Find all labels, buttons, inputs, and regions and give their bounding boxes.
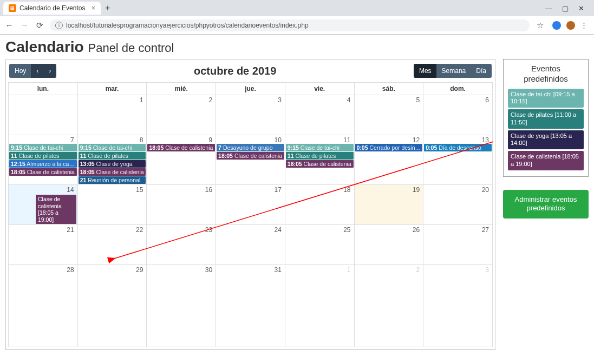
calendar-event[interactable]: 21 Reunión de personal	[79, 176, 146, 184]
day-cell[interactable]: 25	[285, 225, 354, 265]
day-number: 2	[147, 95, 216, 104]
day-cell[interactable]: 21	[9, 225, 78, 265]
day-number: 8	[78, 135, 147, 144]
day-cell[interactable]: 119:15 Clase de tai-chi11 Clase de pilat…	[285, 135, 354, 185]
admin-events-button[interactable]: Administrar eventos predefinidos	[503, 190, 589, 219]
day-cell[interactable]: 17	[216, 185, 285, 225]
day-cell[interactable]: 79:15 Clase de tai-chi11 Clase de pilate…	[9, 135, 78, 185]
today-button[interactable]: Hoy	[9, 64, 31, 78]
day-cell[interactable]: 22	[77, 225, 147, 265]
calendar-event[interactable]: 18:05 Clase de calistenia	[217, 152, 284, 160]
day-number: 13	[423, 135, 492, 144]
star-icon[interactable]: ☆	[535, 21, 545, 30]
day-cell[interactable]: 18	[285, 185, 354, 225]
day-cell[interactable]: 4	[285, 95, 354, 135]
day-cell[interactable]: 6	[423, 95, 493, 135]
day-number: 18	[285, 185, 354, 194]
view-day-button[interactable]: Día	[471, 64, 492, 78]
predefined-event[interactable]: Clase de calistenia [18:05 a 19:00]	[508, 151, 584, 170]
close-window-icon[interactable]: ✕	[578, 4, 584, 12]
predefined-title: Eventos predefinidos	[508, 64, 584, 84]
day-cell[interactable]: 20	[423, 185, 493, 225]
calendar-event[interactable]: 0:05 Cerrado por desinfecció	[355, 144, 423, 151]
calendar-title: octubre de 2019	[194, 65, 276, 77]
view-month-button[interactable]: Mes	[414, 64, 437, 78]
tab-bar: ⊞ Calendario de Eventos × + ― ▢ ✕	[0, 0, 594, 16]
day-header: mar.	[77, 83, 147, 95]
favicon-icon: ⊞	[9, 4, 16, 12]
calendar-event[interactable]: 7 Desayuno de grupo	[217, 144, 284, 151]
calendar-event[interactable]: 12:15 Almuerzo a la canasta	[9, 160, 77, 168]
day-cell[interactable]: 1	[77, 95, 147, 135]
day-cell[interactable]: 130:05 Día de descanso	[423, 135, 493, 185]
day-header: vie.	[285, 83, 354, 95]
calendar-event[interactable]: 11 Clase de pilates	[9, 152, 77, 160]
url-bar[interactable]: i localhost/tutorialesprogramacionyaejer…	[50, 19, 530, 31]
day-number: 19	[355, 185, 423, 194]
day-number: 16	[147, 185, 216, 194]
day-number: 3	[423, 265, 492, 274]
day-cell[interactable]: 31	[216, 265, 285, 347]
day-cell[interactable]: 16	[147, 185, 216, 225]
day-cell[interactable]: 107 Desayuno de grupo18:05 Clase de cali…	[216, 135, 285, 185]
day-cell[interactable]	[9, 95, 78, 135]
next-button[interactable]: ›	[43, 64, 56, 78]
extension-icon[interactable]	[552, 21, 561, 30]
predefined-event[interactable]: Clase de tai-chi [09:15 a 10:15]	[508, 89, 584, 108]
day-cell[interactable]: 19	[354, 185, 423, 225]
day-cell[interactable]: 89:15 Clase de tai-chi11 Clase de pilate…	[77, 135, 147, 185]
calendar-event[interactable]: 9:15 Clase de tai-chi	[9, 144, 77, 151]
day-number: 22	[78, 225, 147, 234]
calendar-event[interactable]: 18:05 Clase de calistenia	[79, 168, 146, 176]
calendar-event[interactable]: 18:05 Clase de calistenia	[286, 160, 354, 168]
day-cell[interactable]: 120:05 Cerrado por desinfecció	[354, 135, 423, 185]
day-cell[interactable]: 27	[423, 225, 493, 265]
calendar-event[interactable]: 0:05 Día de descanso	[424, 144, 492, 151]
day-cell[interactable]: 24	[216, 225, 285, 265]
day-header: jue.	[216, 83, 285, 95]
day-cell[interactable]: 3	[423, 265, 493, 347]
day-number: 21	[9, 225, 77, 234]
day-cell[interactable]: 2	[354, 265, 423, 347]
profile-avatar[interactable]	[566, 21, 575, 30]
day-header-row: lun.mar.mié.jue.vie.sáb.dom.	[9, 83, 493, 95]
prev-button[interactable]: ‹	[31, 64, 44, 78]
day-number: 31	[216, 265, 285, 274]
view-week-button[interactable]: Semana	[436, 64, 472, 78]
calendar-event[interactable]: 13:05 Clase de yoga	[79, 160, 146, 168]
minimize-icon[interactable]: ―	[545, 4, 552, 12]
calendar-event[interactable]: 11 Clase de pilates	[79, 152, 146, 160]
day-cell[interactable]: 5	[354, 95, 423, 135]
day-cell[interactable]: 29	[77, 265, 147, 347]
new-tab-button[interactable]: +	[105, 3, 110, 13]
calendar-event[interactable]: 18:05 Clase de calistenia	[147, 144, 215, 151]
reload-icon[interactable]: ⟳	[35, 21, 44, 30]
day-number: 30	[147, 265, 216, 274]
site-info-icon[interactable]: i	[55, 22, 63, 29]
calendar-event[interactable]: 9:15 Clase de tai-chi	[286, 144, 354, 151]
calendar-event[interactable]: 9:15 Clase de tai-chi	[79, 144, 146, 151]
maximize-icon[interactable]: ▢	[562, 4, 569, 12]
day-cell[interactable]: 1	[285, 265, 354, 347]
day-cell[interactable]: 15	[77, 185, 147, 225]
day-cell[interactable]: 23	[147, 225, 216, 265]
close-icon[interactable]: ×	[92, 4, 95, 12]
day-cell[interactable]: 28	[9, 265, 78, 347]
day-cell[interactable]: 30	[147, 265, 216, 347]
calendar-event[interactable]: 18:05 Clase de calistenia	[9, 168, 77, 176]
day-number: 10	[216, 135, 285, 144]
predefined-event[interactable]: Clase de yoga [13:05 a 14:00]	[508, 130, 584, 150]
day-cell[interactable]: 918:05 Clase de calistenia	[147, 135, 216, 185]
back-icon[interactable]: ←	[4, 21, 14, 30]
day-number: 29	[78, 265, 147, 274]
day-cell[interactable]: 14Clase de calistenia [18:05 a 19:00]	[9, 185, 78, 225]
dragged-event[interactable]: Clase de calistenia [18:05 a 19:00]	[36, 195, 76, 224]
day-cell[interactable]: 3	[216, 95, 285, 135]
day-cell[interactable]: 26	[354, 225, 423, 265]
calendar-event[interactable]: 11 Clase de pilates	[286, 152, 354, 160]
day-cell[interactable]: 2	[147, 95, 216, 135]
predefined-event[interactable]: Clase de pilates [11:00 a 11:50]	[508, 109, 584, 129]
menu-icon[interactable]: ⋮	[580, 21, 588, 29]
forward-icon[interactable]: →	[19, 21, 29, 30]
browser-tab[interactable]: ⊞ Calendario de Eventos ×	[3, 2, 101, 15]
